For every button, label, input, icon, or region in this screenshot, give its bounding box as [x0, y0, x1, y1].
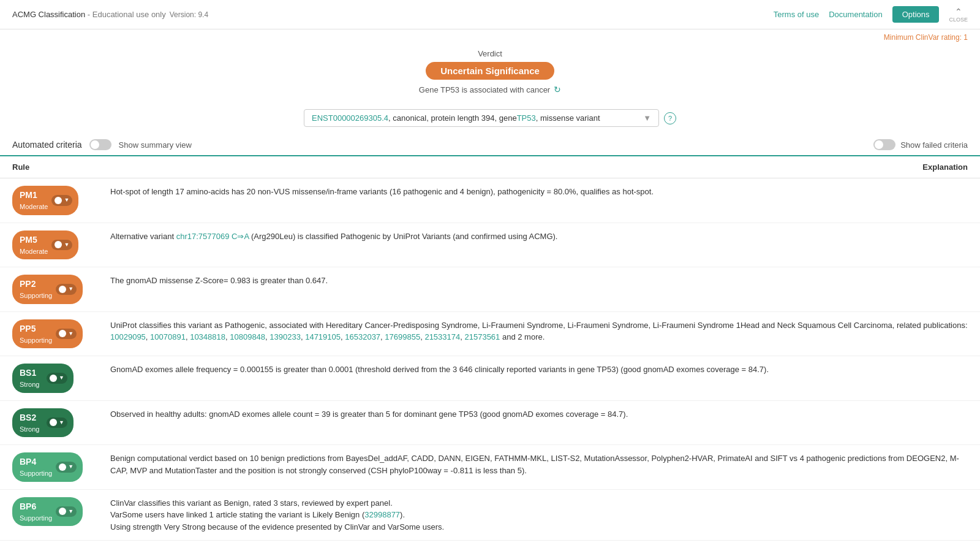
badge-toggle[interactable]: ▼ — [56, 462, 77, 473]
explanation-cell: UniProt classifies this variant as Patho… — [98, 311, 980, 356]
rule-cell: PP2 Supporting ▼ — [0, 267, 98, 312]
toggle-knob — [59, 330, 66, 337]
rule-strength: Supporting — [20, 291, 52, 301]
pubmed-link[interactable]: 10029095 — [110, 332, 146, 341]
toggle-knob — [59, 508, 66, 515]
transcript-row: ENST00000269305.4 , canonical, protein l… — [0, 104, 980, 132]
table-row: PM1 Moderate ▼ Hot-spot of length 17 ami… — [0, 178, 980, 223]
explanation-cell: GnomAD exomes allele frequency = 0.00015… — [98, 356, 980, 401]
dropdown-arrow-icon: ▼ — [643, 113, 651, 123]
rule-id: BS1 — [20, 367, 43, 379]
rule-strength: Moderate — [20, 246, 48, 257]
summary-toggle[interactable] — [89, 139, 111, 150]
pubmed-link[interactable]: 10809848 — [230, 332, 265, 341]
pubmed-link[interactable]: 1390233 — [270, 332, 301, 341]
badge-chevron-icon: ▼ — [68, 330, 74, 338]
version-label: Version: 9.4 — [170, 10, 208, 19]
col-rule: Rule — [0, 156, 98, 178]
rule-cell: PP5 Supporting ▼ — [0, 311, 98, 356]
pubmed-link[interactable]: 14719105 — [305, 332, 341, 341]
rule-strength: Strong — [20, 379, 43, 390]
table-header-row: Rule Explanation — [0, 156, 980, 178]
rule-badge: PM5 Moderate ▼ — [12, 231, 78, 260]
rule-cell: PM5 Moderate ▼ — [0, 223, 98, 267]
badge-chevron-icon: ▼ — [68, 285, 74, 294]
rule-badge: BS2 Strong ▼ — [12, 408, 74, 438]
rule-id: BP6 — [20, 500, 52, 513]
toggle-knob — [55, 197, 62, 204]
close-label: CLOSE — [949, 17, 968, 23]
explanation-cell: The gnomAD missense Z-Score= 0.983 is gr… — [98, 267, 980, 312]
explanation-cell: Observed in healthy adults: gnomAD exome… — [98, 400, 980, 445]
badge-toggle[interactable]: ▼ — [51, 240, 72, 251]
explanation-cell: Hot-spot of length 17 amino-acids has 20… — [98, 178, 980, 223]
clinvar-rating-bar: Minimum ClinVar rating: 1 — [0, 29, 980, 43]
toggle-knob — [55, 241, 62, 248]
rule-id-strength: PM1 Moderate — [20, 189, 48, 212]
badge-chevron-icon: ▼ — [64, 241, 69, 250]
close-button[interactable]: ⌃ CLOSE — [949, 7, 968, 23]
rule-cell: BS2 Strong ▼ — [0, 400, 98, 445]
pubmed-link[interactable]: 17699855 — [385, 332, 420, 341]
pm5-link[interactable]: chr17:7577069 C⇒A — [176, 232, 249, 241]
options-button[interactable]: Options — [892, 6, 940, 23]
rule-strength: Strong — [20, 424, 43, 435]
help-icon[interactable]: ? — [664, 112, 676, 124]
toggle-knob — [59, 286, 66, 293]
pubmed-link[interactable]: 10070891 — [150, 332, 186, 341]
toggle-knob — [59, 463, 66, 471]
badge-toggle[interactable]: ▼ — [56, 284, 77, 295]
header-actions: Terms of use Documentation Options ⌃ CLO… — [774, 6, 968, 23]
criteria-title: Automated criteria — [12, 140, 82, 150]
transcript-selector[interactable]: ENST00000269305.4 , canonical, protein l… — [304, 109, 659, 127]
failed-criteria-toggle[interactable] — [873, 139, 895, 150]
rule-id: BP4 — [20, 455, 52, 468]
table-row: PM5 Moderate ▼ Alternative variant chr17… — [0, 223, 980, 267]
rule-badge: PP2 Supporting ▼ — [12, 275, 83, 304]
badge-toggle[interactable]: ▼ — [51, 195, 72, 206]
terms-link[interactable]: Terms of use — [774, 10, 819, 19]
rule-badge: PM1 Moderate ▼ — [12, 186, 78, 215]
pubmed-link[interactable]: 21533174 — [424, 332, 460, 341]
toggle-knob — [50, 375, 57, 382]
transcript-id: ENST00000269305.4 — [312, 113, 388, 123]
rule-id: PP2 — [20, 278, 52, 291]
bp6-link[interactable]: 32998877 — [364, 510, 400, 519]
col-explanation: Explanation — [98, 156, 980, 178]
pubmed-link[interactable]: 16532037 — [345, 332, 380, 341]
badge-chevron-icon: ▼ — [64, 196, 69, 205]
badge-toggle[interactable]: ▼ — [47, 373, 67, 384]
verdict-badge: Uncertain Significance — [426, 62, 554, 80]
rule-id-strength: BP4 Supporting — [20, 455, 52, 479]
toggle-knob — [50, 419, 57, 426]
pubmed-link[interactable]: 10348818 — [190, 332, 225, 341]
app-subtitle: - Educational use only — [85, 10, 166, 19]
summary-label: Show summary view — [119, 140, 192, 150]
rule-badge: PP5 Supporting ▼ — [12, 319, 83, 349]
table-row: BP6 Supporting ▼ ClinVar classifies this… — [0, 489, 980, 541]
refresh-icon[interactable]: ↻ — [554, 85, 561, 94]
rule-id-strength: PM5 Moderate — [20, 234, 48, 257]
rule-id-strength: BS1 Strong — [20, 367, 43, 390]
gene-text: Gene TP53 is associated with cancer — [419, 85, 550, 94]
close-chevron-icon: ⌃ — [955, 7, 962, 17]
rule-strength: Moderate — [20, 202, 48, 212]
pubmed-link[interactable]: 21573561 — [464, 332, 500, 341]
badge-chevron-icon: ▼ — [59, 374, 64, 383]
failed-criteria-label: Show failed criteria — [900, 140, 968, 150]
rule-id: PM1 — [20, 189, 48, 202]
rule-badge: BS1 Strong ▼ — [12, 364, 74, 393]
explanation-cell: ClinVar classifies this variant as Benig… — [98, 489, 980, 541]
table-row: BP4 Supporting ▼ Benign computational ve… — [0, 445, 980, 490]
badge-toggle[interactable]: ▼ — [47, 417, 67, 429]
explanation-cell: Alternative variant chr17:7577069 C⇒A (A… — [98, 223, 980, 267]
badge-toggle[interactable]: ▼ — [56, 506, 77, 517]
clinvar-rating-text: Minimum ClinVar rating: 1 — [884, 33, 968, 42]
rule-cell: PM1 Moderate ▼ — [0, 178, 98, 223]
app-title: ACMG Classification — [12, 10, 85, 19]
documentation-link[interactable]: Documentation — [829, 10, 882, 19]
criteria-section-header: Automated criteria Show summary view Sho… — [0, 132, 980, 156]
badge-toggle[interactable]: ▼ — [56, 329, 77, 340]
table-row: BS2 Strong ▼ Observed in healthy adults:… — [0, 400, 980, 445]
rule-cell: BP6 Supporting ▼ — [0, 489, 98, 541]
